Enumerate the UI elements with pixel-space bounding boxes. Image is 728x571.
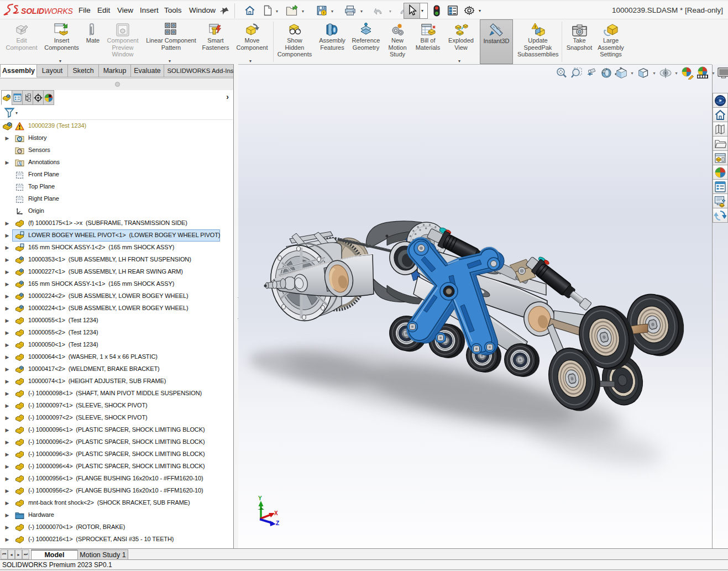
svg-text:!: ! xyxy=(323,11,324,15)
svg-text:Z: Z xyxy=(276,520,279,526)
svg-text:X: X xyxy=(274,510,278,516)
svg-text:SOLIDWORKS: SOLIDWORKS xyxy=(21,7,74,15)
svg-text:!: ! xyxy=(534,24,536,29)
svg-text:Y: Y xyxy=(258,495,262,501)
